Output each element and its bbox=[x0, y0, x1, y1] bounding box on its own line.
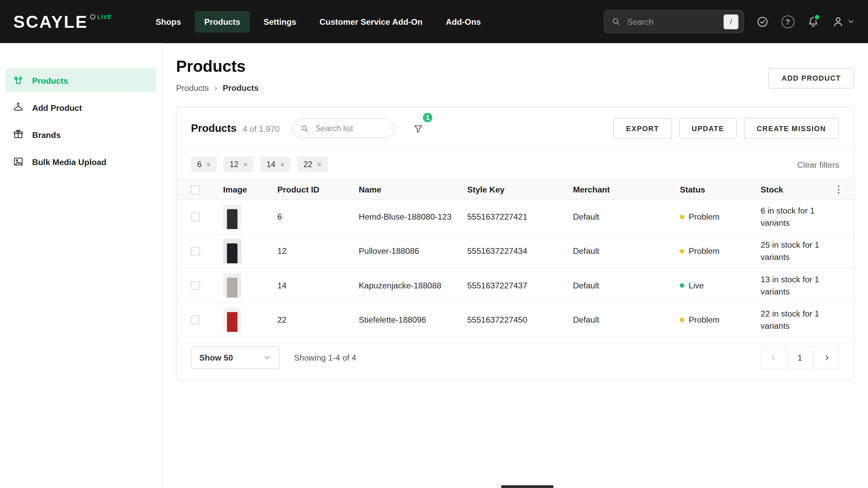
style-key: 5551637227421 bbox=[467, 212, 573, 222]
products-card: Products 4 of 1,970 1 EXPORT UPDATE bbox=[176, 107, 854, 381]
product-name: Pullover-188086 bbox=[359, 245, 467, 258]
page-size-select[interactable]: Show 50 bbox=[191, 347, 279, 369]
column-header-stock[interactable]: Stock bbox=[761, 185, 831, 195]
clear-filters-link[interactable]: Clear filters bbox=[797, 160, 839, 169]
product-name: Hemd-Bluse-188080-123 bbox=[359, 210, 467, 223]
product-thumbnail[interactable] bbox=[223, 308, 241, 332]
table-row[interactable]: 6 Hemd-Bluse-188080-123 5551637227421 De… bbox=[177, 200, 854, 234]
filter-chip: 12 bbox=[223, 157, 254, 172]
sidebar-item-label: Brands bbox=[32, 130, 61, 139]
list-search-input[interactable] bbox=[315, 124, 386, 134]
chip-label: 22 bbox=[303, 160, 312, 169]
row-checkbox[interactable] bbox=[191, 247, 200, 256]
topnav-item-customer-service-add-on[interactable]: Customer Service Add-On bbox=[310, 11, 432, 33]
filter-chip: 22 bbox=[297, 157, 328, 172]
column-header-merchant[interactable]: Merchant bbox=[573, 185, 680, 195]
page-title: Products bbox=[176, 58, 854, 76]
column-header-status[interactable]: Status bbox=[680, 185, 761, 195]
logo-dot-icon bbox=[90, 14, 95, 19]
sidebar-item-bulk-media-upload[interactable]: Bulk Media Upload bbox=[5, 149, 156, 174]
card-title: Products bbox=[191, 122, 236, 135]
image-icon bbox=[13, 156, 24, 167]
export-button[interactable]: EXPORT bbox=[613, 118, 672, 139]
product-id: 22 bbox=[277, 315, 359, 325]
app-viewport: SCAYLE LIVE Shops Products Settings Cust… bbox=[0, 0, 868, 488]
table-row[interactable]: 14 Kapuzenjacke-188088 5551637227437 Def… bbox=[177, 268, 854, 303]
stock: 6 in stock for 1 variants bbox=[761, 205, 831, 229]
topnav-item-add-ons[interactable]: Add-Ons bbox=[436, 11, 490, 33]
column-header-name[interactable]: Name bbox=[359, 185, 467, 195]
thumbnail-garment bbox=[227, 243, 238, 263]
select-all-checkbox[interactable] bbox=[191, 185, 200, 194]
product-thumbnail[interactable] bbox=[223, 205, 241, 229]
filter-button[interactable]: 1 bbox=[407, 119, 430, 139]
row-checkbox[interactable] bbox=[191, 281, 200, 290]
chevron-right-icon bbox=[822, 354, 830, 362]
chip-remove-icon[interactable] bbox=[280, 161, 284, 168]
status-label: Problem bbox=[689, 246, 719, 256]
column-settings-kebab-icon[interactable] bbox=[831, 184, 853, 196]
stock: 13 in stock for 1 variants bbox=[761, 273, 831, 298]
chevron-down-icon bbox=[847, 18, 855, 25]
horizontal-scrollbar-thumb[interactable] bbox=[501, 485, 554, 488]
row-checkbox[interactable] bbox=[191, 315, 200, 324]
merchant: Default bbox=[573, 212, 680, 222]
breadcrumb-separator-icon bbox=[214, 83, 217, 93]
add-product-button[interactable]: ADD PRODUCT bbox=[768, 68, 854, 88]
sidebar-item-products[interactable]: Products bbox=[5, 68, 156, 93]
product-thumbnail[interactable] bbox=[223, 273, 241, 298]
topnav-item-shops[interactable]: Shops bbox=[146, 11, 190, 33]
global-search-input[interactable] bbox=[626, 16, 719, 27]
chip-remove-icon[interactable] bbox=[317, 161, 321, 168]
chip-remove-icon[interactable] bbox=[206, 161, 211, 168]
breadcrumb-root[interactable]: Products bbox=[176, 83, 209, 93]
notifications-button[interactable] bbox=[806, 14, 820, 28]
chip-remove-icon[interactable] bbox=[243, 161, 248, 168]
pagination: 1 bbox=[761, 347, 839, 369]
topnav-item-settings[interactable]: Settings bbox=[254, 11, 305, 33]
status-label: Live bbox=[689, 281, 704, 290]
product-name: Kapuzenjacke-188088 bbox=[359, 279, 467, 292]
filter-chip: 14 bbox=[260, 157, 291, 172]
sidebar-item-add-product[interactable]: Add Product bbox=[5, 95, 156, 120]
hanger-icon bbox=[13, 102, 24, 113]
tshirt-icon bbox=[13, 75, 24, 86]
column-header-image[interactable]: Image bbox=[223, 185, 277, 195]
sidebar-item-label: Products bbox=[32, 76, 68, 85]
status-check-button[interactable] bbox=[755, 14, 769, 28]
next-page-button[interactable] bbox=[814, 347, 839, 369]
card-actions: EXPORT UPDATE CREATE MISSION bbox=[613, 118, 839, 139]
table-row[interactable]: 12 Pullover-188086 5551637227434 Default… bbox=[177, 234, 854, 268]
topnav-item-products[interactable]: Products bbox=[195, 11, 250, 33]
status-label: Problem bbox=[689, 315, 719, 325]
help-icon bbox=[781, 15, 794, 28]
chip-label: 14 bbox=[267, 160, 275, 169]
account-menu[interactable] bbox=[831, 15, 855, 28]
table-row[interactable]: 22 Stiefelette-188096 5551637227450 Defa… bbox=[177, 303, 854, 337]
list-search[interactable] bbox=[292, 119, 394, 139]
product-thumbnail[interactable] bbox=[223, 239, 241, 263]
showing-label: Showing 1-4 of 4 bbox=[294, 353, 356, 363]
style-key: 5551637227437 bbox=[467, 281, 573, 290]
chevron-left-icon bbox=[769, 354, 777, 362]
help-button[interactable] bbox=[781, 14, 795, 28]
main-content: Products Products Products ADD PRODUCT P… bbox=[162, 43, 868, 488]
chevron-down-icon bbox=[263, 354, 271, 362]
status-dot bbox=[680, 318, 684, 322]
column-header-style-key[interactable]: Style Key bbox=[467, 185, 573, 195]
scayle-logo[interactable]: SCAYLE LIVE bbox=[13, 13, 112, 30]
search-icon bbox=[611, 17, 621, 26]
row-checkbox[interactable] bbox=[191, 212, 200, 221]
sidebar-item-brands[interactable]: Brands bbox=[5, 122, 156, 147]
product-name: Stiefelette-188096 bbox=[359, 313, 467, 326]
current-page-button[interactable]: 1 bbox=[787, 347, 813, 369]
update-button[interactable]: UPDATE bbox=[679, 118, 737, 139]
product-id: 14 bbox=[277, 281, 359, 290]
previous-page-button[interactable] bbox=[761, 347, 786, 369]
global-search[interactable]: / bbox=[604, 10, 744, 33]
product-id: 6 bbox=[277, 212, 359, 222]
style-key: 5551637227450 bbox=[467, 315, 573, 325]
column-header-product-id[interactable]: Product ID bbox=[277, 185, 359, 195]
create-mission-button[interactable]: CREATE MISSION bbox=[744, 118, 839, 139]
card-count: 4 of 1,970 bbox=[243, 124, 280, 133]
